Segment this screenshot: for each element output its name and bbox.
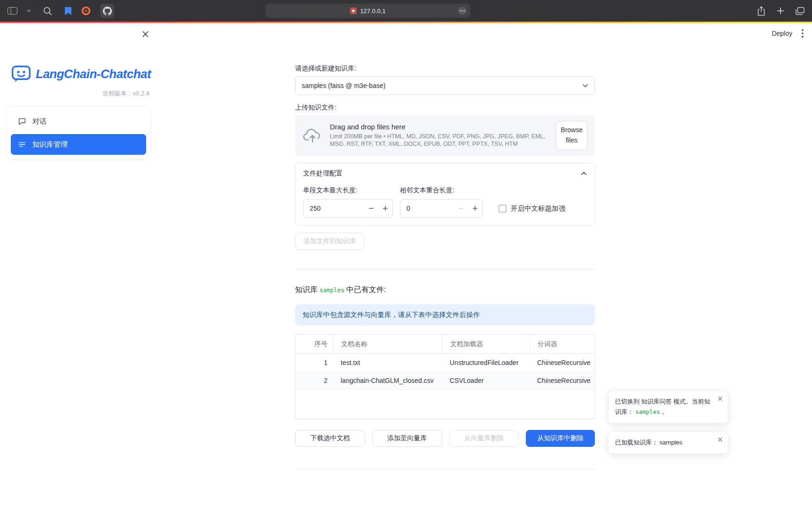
cell-splitter: ChineseRecursive bbox=[530, 372, 594, 389]
cell-docname: test.txt bbox=[333, 354, 442, 371]
add-files-button[interactable]: 添加文件到知识库 bbox=[295, 233, 365, 250]
overlap-size-value: 0 bbox=[400, 205, 454, 212]
expander-header[interactable]: 文件处理配置 bbox=[296, 163, 594, 183]
cell-docname: langchain-ChatGLM_closed.csv bbox=[333, 372, 442, 389]
toast-kb-loaded: 已加载知识库： samples bbox=[608, 431, 728, 454]
minus-icon[interactable] bbox=[364, 199, 378, 217]
chunk-size-label: 单段文本最大长度: bbox=[303, 186, 393, 195]
cell-splitter: ChineseRecursive bbox=[530, 354, 594, 371]
minus-icon[interactable] bbox=[454, 199, 468, 217]
browse-files-button[interactable]: Browse files bbox=[556, 121, 587, 150]
toast-mode-switched: 已切换到 知识库问答 模式。当前知识库：samples。 bbox=[608, 390, 728, 423]
zh-title-checkbox-label: 开启中文标题加强 bbox=[511, 204, 565, 213]
deploy-button[interactable]: Deploy bbox=[772, 30, 792, 37]
kebab-menu-icon[interactable] bbox=[802, 29, 804, 38]
divider bbox=[295, 469, 595, 469]
overlap-size-input[interactable]: 0 bbox=[400, 199, 483, 218]
browser-toolbar: 127.0.0.1 bbox=[0, 0, 812, 22]
cell-loader: CSVLoader bbox=[442, 372, 530, 389]
sidebar-close-icon[interactable] bbox=[141, 29, 150, 39]
nav-item-label: 对话 bbox=[32, 117, 47, 126]
cell-loader: UnstructuredFileLoader bbox=[442, 354, 530, 371]
streamlit-header: Deploy bbox=[772, 23, 812, 44]
record-orange-icon[interactable] bbox=[81, 6, 91, 16]
add-to-vector-button[interactable]: 添加至向量库 bbox=[372, 430, 442, 447]
kb-name-code: samples bbox=[320, 286, 344, 294]
sidebar-toggle-icon[interactable] bbox=[8, 7, 17, 15]
nav-item-knowledge-base[interactable]: 知识库管理 bbox=[11, 134, 146, 155]
kb-selectbox[interactable]: samples (faiss @ m3e-base) bbox=[295, 76, 595, 95]
new-tab-icon[interactable] bbox=[777, 7, 784, 15]
sidebar: LangChain-Chatchat 当前版本：v0.2.4 对话 知识库管理 bbox=[0, 23, 157, 508]
heading-prefix: 知识库 bbox=[295, 286, 318, 294]
info-banner: 知识库中包含源文件与向量库，请从下表中选择文件后操作 bbox=[295, 304, 595, 325]
kb-selected-value: samples (faiss @ m3e-base) bbox=[302, 82, 385, 89]
cell-index: 2 bbox=[296, 372, 333, 389]
checkbox-icon bbox=[499, 205, 507, 213]
divider bbox=[295, 269, 595, 270]
plus-icon[interactable] bbox=[468, 199, 482, 217]
file-config-expander: 文件处理配置 单段文本最大长度: 250 bbox=[295, 163, 595, 226]
table-row[interactable]: 2 langchain-ChatGLM_closed.csv CSVLoader… bbox=[296, 372, 594, 389]
site-favicon bbox=[350, 8, 357, 14]
chunk-size-input[interactable]: 250 bbox=[303, 199, 393, 218]
toast-text: 已加载知识库： samples bbox=[615, 439, 682, 446]
app-logo: LangChain-Chatchat bbox=[11, 64, 157, 83]
file-dropzone[interactable]: Drag and drop files here Limit 200MB per… bbox=[295, 115, 595, 156]
toast-kb-code: samples bbox=[635, 408, 660, 415]
expander-title: 文件处理配置 bbox=[303, 169, 343, 178]
cell-index: 1 bbox=[296, 354, 333, 371]
logo-chatbot-icon bbox=[11, 64, 31, 83]
content-column: 请选择或新建知识库: samples (faiss @ m3e-base) 上传… bbox=[295, 23, 595, 469]
knowledge-list-icon bbox=[18, 140, 26, 149]
chevron-up-icon bbox=[581, 172, 587, 175]
nav-item-dialogue[interactable]: 对话 bbox=[11, 111, 146, 132]
toast-close-icon[interactable] bbox=[718, 437, 723, 442]
search-icon[interactable] bbox=[43, 7, 52, 16]
kb-select-label: 请选择或新建知识库: bbox=[295, 64, 595, 73]
chat-bubble-icon bbox=[18, 117, 26, 126]
version-label: 当前版本：v0.2.4 bbox=[0, 89, 157, 98]
github-icon[interactable] bbox=[100, 4, 114, 18]
nav-item-label: 知识库管理 bbox=[32, 140, 68, 149]
chevron-down-icon[interactable] bbox=[27, 9, 31, 12]
existing-files-heading: 知识库samples中已有文件: bbox=[295, 285, 595, 295]
files-table: 序号 文档名称 文档加载器 分词器 1 test.txt Unstructure… bbox=[295, 334, 595, 419]
tabs-overview-icon[interactable] bbox=[796, 7, 804, 15]
upload-label: 上传知识文件: bbox=[295, 103, 595, 112]
toast-close-icon[interactable] bbox=[718, 396, 723, 401]
delete-from-kb-button[interactable]: 从知识库中删除 bbox=[526, 430, 595, 447]
col-header-docname: 文档名称 bbox=[333, 335, 442, 353]
chunk-size-value: 250 bbox=[304, 205, 364, 212]
chevron-down-icon bbox=[582, 84, 588, 87]
table-header-row: 序号 文档名称 文档加载器 分词器 bbox=[296, 335, 594, 354]
logo-text: LangChain-Chatchat bbox=[36, 67, 151, 81]
dropzone-title: Drag and drop files here bbox=[330, 123, 548, 131]
table-row[interactable]: 1 test.txt UnstructuredFileLoader Chines… bbox=[296, 354, 594, 372]
cloud-upload-icon bbox=[303, 128, 322, 143]
page-options-icon[interactable] bbox=[458, 6, 467, 16]
toast-text-suffix: 。 bbox=[662, 408, 668, 415]
col-header-loader: 文档加载器 bbox=[442, 335, 530, 353]
sidebar-nav: 对话 知识库管理 bbox=[7, 107, 150, 159]
url-text: 127.0.0.1 bbox=[360, 8, 385, 15]
share-icon[interactable] bbox=[757, 6, 765, 16]
address-bar[interactable]: 127.0.0.1 bbox=[265, 4, 470, 18]
zh-title-checkbox[interactable]: 开启中文标题加强 bbox=[499, 204, 565, 213]
delete-from-vector-button[interactable]: 从向量库删除 bbox=[449, 430, 519, 447]
bookmark-blue-icon[interactable] bbox=[64, 7, 72, 16]
dropzone-limit-text: Limit 200MB per file • HTML, MD, JSON, C… bbox=[330, 133, 548, 148]
action-buttons-row: 下载选中文档 添加至向量库 从向量库删除 从知识库中删除 bbox=[295, 430, 595, 447]
overlap-size-label: 相邻文本重合长度: bbox=[400, 186, 483, 195]
plus-icon[interactable] bbox=[378, 199, 392, 217]
heading-suffix: 中已有文件: bbox=[346, 286, 386, 294]
col-header-index: 序号 bbox=[296, 335, 333, 353]
download-selected-button[interactable]: 下载选中文档 bbox=[295, 430, 365, 447]
col-header-splitter: 分词器 bbox=[530, 335, 594, 353]
